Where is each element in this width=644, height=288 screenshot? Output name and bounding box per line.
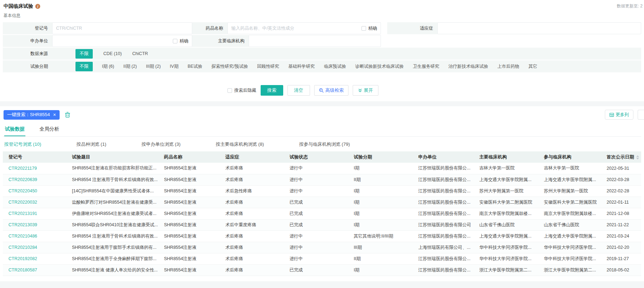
reg-no-input[interactable]: CTR/ChiCTR: [52, 22, 192, 34]
cell-drug-name: SHR8554注射液: [158, 208, 220, 219]
cell-participating-institution: 浙江大学医学院附属第二...: [538, 264, 601, 276]
expand-button[interactable]: 展开: [353, 85, 378, 96]
browse-subtabs: 按登记号浏览 (10)按品种浏览 (1)按申办单位浏览 (3)按主要临床机构浏览…: [3, 137, 641, 151]
cell-phase: I期: [348, 185, 413, 197]
page-header: 中国临床试验 i 数据更新至: 2: [3, 0, 641, 12]
drug-exact-checkbox[interactable]: [362, 26, 366, 31]
cell-phase: 其它其他说明:II/III期: [348, 230, 413, 242]
cell-sponsor: 江苏恒瑞医药股份有限公...: [413, 174, 474, 185]
cell-reg-no: CTR20220032: [3, 197, 66, 208]
phase-option[interactable]: BE试验: [188, 64, 202, 70]
clipped-edge-button[interactable]: [638, 110, 644, 120]
clear-button[interactable]: 清空: [287, 85, 310, 96]
phase-option[interactable]: 上市后药物: [497, 64, 520, 70]
form-row-2: 申办单位 精确 主要临床机构: [3, 35, 641, 47]
registration-link[interactable]: CTR20213039: [8, 222, 37, 227]
phase-option[interactable]: III期 (2): [146, 64, 161, 70]
phase-option[interactable]: 回顾性研究: [257, 64, 279, 70]
reg-no-label: 登记号: [3, 22, 52, 34]
phase-option[interactable]: 探索性研究/预试验: [212, 64, 248, 70]
page-title: 中国临床试验: [4, 3, 33, 10]
sort-desc-icon[interactable]: [636, 158, 639, 160]
indication-label: 适应症: [387, 22, 437, 34]
registration-link[interactable]: CTR20180587: [8, 268, 37, 272]
result-tabs: 试验数据全局分析: [3, 123, 641, 137]
drug-name-input[interactable]: 输入药品名称、中/英文活性成分 精确: [227, 22, 381, 34]
clear-tags-button[interactable]: [65, 112, 71, 118]
column-header-sponsor: 申办单位: [413, 151, 474, 163]
cell-reg-no: CTR20221179: [3, 163, 66, 174]
cell-title: SHR8554注射液用于腹部手术后镇痛的有...: [66, 242, 158, 253]
subtab-inactive[interactable]: 按申办单位浏览 (3): [141, 141, 181, 148]
subtab-inactive[interactable]: 按主要临床机构浏览 (8): [216, 141, 264, 148]
sponsor-label: 申办单位: [3, 35, 52, 47]
sort-asc-icon[interactable]: [636, 155, 639, 157]
phase-option-selected[interactable]: 不限: [75, 62, 93, 71]
phase-option[interactable]: 其它: [529, 64, 537, 70]
phase-option[interactable]: 卫生服务研究: [413, 64, 439, 70]
expand-label: 展开: [364, 87, 373, 94]
cell-first-publish-date: 2022-01-11: [601, 197, 641, 208]
subtab-active[interactable]: 按登记号浏览 (10): [4, 141, 41, 148]
cell-sponsor: 江苏恒瑞医药股份有限公...: [413, 253, 474, 264]
table-row: CTR20210284SHR8554注射液用于腹部手术后镇痛的有...SHR85…: [3, 242, 641, 253]
indication-input[interactable]: [437, 22, 641, 34]
main-institution-input[interactable]: [249, 35, 381, 47]
info-icon[interactable]: i: [35, 4, 40, 9]
subtab-inactive[interactable]: 按参与临床机构浏览 (79): [299, 141, 350, 148]
table-row: CTR20210486SHR8554 注射液用于骨科术后镇痛的有效...SHR8…: [3, 230, 641, 242]
cell-drug-name: SHR8554注射液: [158, 253, 220, 264]
tag-close-icon[interactable]: ×: [53, 112, 56, 117]
sort-icon[interactable]: [636, 155, 639, 160]
phase-option[interactable]: 治疗新技术临床试验: [449, 64, 488, 70]
subtab-inactive[interactable]: 按品种浏览 (1): [77, 141, 107, 148]
data-source-option-selected[interactable]: 不限: [75, 49, 93, 59]
double-chevron-down-icon: [358, 88, 362, 92]
registration-link[interactable]: CTR20210284: [8, 245, 37, 250]
registration-link[interactable]: CTR20221179: [8, 166, 37, 171]
cell-sponsor: 江苏恒瑞医药股份有限公...: [413, 163, 474, 174]
cell-first-publish-date: 2021-02-20: [601, 242, 641, 253]
search-button[interactable]: 搜索: [261, 85, 283, 96]
registration-link[interactable]: CTR20220450: [8, 188, 37, 193]
registration-link[interactable]: CTR20213191: [8, 211, 37, 216]
tab-inactive[interactable]: 全局分析: [39, 124, 60, 136]
cell-reg-no: CTR20213191: [3, 208, 66, 219]
column-header-reg-no: 登记号: [3, 151, 66, 163]
hide-after-search-checkbox[interactable]: [227, 88, 232, 93]
phase-option[interactable]: 临床预试验: [324, 64, 346, 70]
advanced-search-button[interactable]: 高级检索: [314, 85, 348, 96]
cell-status: 进行中: [284, 253, 348, 264]
trials-table-head: 登记号试验题目药品名称适应症试验状态试验分期申办单位主要临床机构参与临床机构首次…: [3, 151, 641, 163]
cell-indication: 术后疼痛: [220, 163, 284, 174]
cell-reg-no: CTR20220450: [3, 185, 66, 197]
column-header-first-publish-date[interactable]: 首次公示日期: [601, 151, 641, 163]
column-header-phase: 试验分期: [348, 151, 413, 163]
cell-drug-name: SHR8554注射液: [158, 174, 220, 185]
cell-participating-institution: 苏州大学附属第一医院: [538, 185, 601, 197]
cell-title: SHR8554 注射液用于骨科术后镇痛的有效...: [66, 174, 158, 185]
registration-link[interactable]: CTR20192082: [8, 256, 37, 261]
tab-active[interactable]: 试验数据: [4, 124, 25, 136]
quick-search-tag[interactable]: 一键搜索：SHR8554 ×: [4, 110, 60, 120]
cell-indication: 术后疼痛: [220, 242, 284, 253]
registration-link[interactable]: CTR20220639: [8, 177, 37, 182]
sponsor-exact-checkbox[interactable]: [173, 39, 177, 43]
phase-option[interactable]: I期 (6): [102, 64, 114, 70]
phase-option[interactable]: 诊断试验新技术临床试验: [355, 64, 404, 70]
data-source-option[interactable]: CDE (10): [103, 51, 122, 56]
registration-link[interactable]: CTR20210486: [8, 234, 37, 239]
phase-option[interactable]: IV期: [170, 64, 178, 70]
hide-after-search-label: 搜索后隐藏: [234, 88, 256, 94]
cell-phase: I期: [348, 163, 413, 174]
phase-option[interactable]: 基础科学研究: [288, 64, 315, 70]
data-source-option[interactable]: ChiCTR: [132, 51, 148, 56]
phase-option[interactable]: II期 (2): [123, 64, 137, 70]
registration-link[interactable]: CTR20220032: [8, 200, 37, 205]
table-row: CTR20180587SHR8554注射液 健康人单次给药的安全性...SHR8…: [3, 264, 641, 276]
basic-info-section-label: 基本信息: [3, 12, 641, 22]
phase-row: 试验分期 不限I期 (6)II期 (2)III期 (2)IV期BE试验探索性研究…: [3, 60, 641, 72]
more-columns-button[interactable]: 更多列: [605, 110, 634, 120]
sponsor-input[interactable]: 精确: [52, 35, 192, 47]
column-header-main-institution: 主要临床机构: [474, 151, 538, 163]
